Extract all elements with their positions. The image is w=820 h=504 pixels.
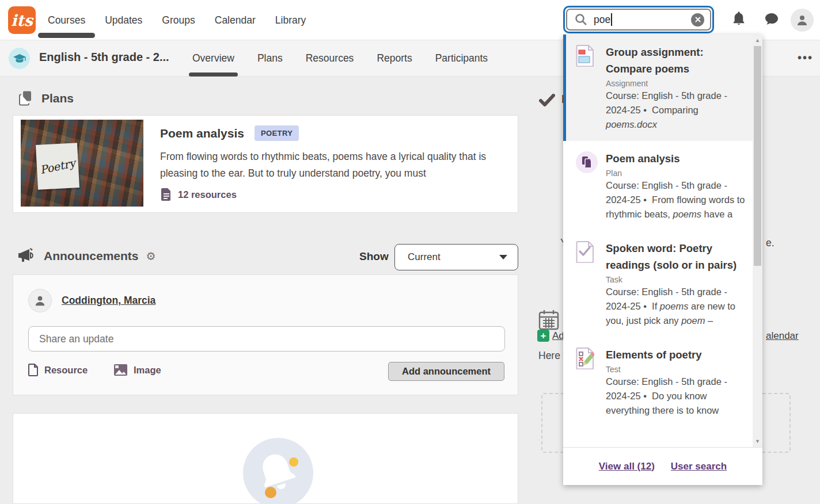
plans-icon bbox=[19, 90, 34, 106]
plan-resources-count[interactable]: 12 resources bbox=[161, 188, 237, 201]
result-type: Plan bbox=[606, 169, 746, 178]
add-event-plus-icon[interactable]: + bbox=[537, 330, 549, 342]
screen: its Courses Updates Groups Calendar Libr… bbox=[0, 0, 820, 504]
show-filter-label: Show bbox=[359, 250, 389, 263]
scroll-up-arrow-icon[interactable]: ▲ bbox=[753, 37, 762, 43]
attach-image-button[interactable]: Image bbox=[113, 364, 161, 376]
result-description: Course: English - 5th grade - 2024-25 • … bbox=[606, 89, 746, 132]
tab-participants[interactable]: Participants bbox=[424, 40, 499, 77]
poetry-postit: Poetry bbox=[36, 143, 79, 190]
result-title: Group assignment: Compare poems bbox=[606, 44, 746, 77]
tab-resources[interactable]: Resources bbox=[294, 40, 366, 77]
image-icon bbox=[113, 364, 128, 376]
plans-section-heading: Plans bbox=[19, 90, 74, 106]
result-description: Course: English - 5th grade - 2024-25 • … bbox=[606, 178, 746, 222]
search-icon bbox=[574, 13, 588, 26]
main-nav: Courses Updates Groups Calendar Library bbox=[38, 0, 316, 40]
author-name-link[interactable]: Coddington, Marcia bbox=[62, 295, 155, 307]
dropdown-footer: View all (12) User search bbox=[563, 447, 762, 485]
result-title: Spoken word: Poetry readings (solo or in… bbox=[606, 240, 746, 273]
filter-selected-value: Current bbox=[408, 251, 441, 263]
plan-card-image: Poetry bbox=[21, 120, 143, 207]
course-avatar-graduation-cap-icon bbox=[9, 48, 30, 69]
author-avatar bbox=[28, 289, 52, 312]
announcements-settings-gear-icon[interactable]: ⚙ bbox=[146, 251, 156, 262]
result-type: Test bbox=[606, 365, 746, 374]
search-result-item[interactable]: Group assignment: Compare poemsAssignmen… bbox=[563, 35, 753, 141]
nav-item-calendar[interactable]: Calendar bbox=[205, 0, 265, 40]
resources-document-icon bbox=[161, 188, 172, 201]
tab-overview[interactable]: Overview bbox=[181, 40, 246, 77]
view-all-link[interactable]: View all (12) bbox=[599, 461, 655, 472]
assignment-icon bbox=[576, 45, 594, 67]
bell-illustration bbox=[243, 438, 313, 504]
announcements-heading-label: Announcements bbox=[44, 249, 139, 263]
add-announcement-button[interactable]: Add announcement bbox=[388, 362, 504, 381]
task-icon bbox=[576, 241, 594, 263]
nav-item-library[interactable]: Library bbox=[265, 0, 316, 40]
dropdown-scrollbar[interactable]: ▲ ▼ bbox=[753, 35, 762, 447]
go-to-calendar-link-fragment[interactable]: alendar bbox=[766, 330, 799, 342]
course-title: English - 5th grade - 2... bbox=[39, 51, 169, 64]
megaphone-icon bbox=[18, 248, 36, 264]
plan-description: From flowing words to rhythmic beats, po… bbox=[160, 148, 491, 182]
app-logo[interactable]: its bbox=[8, 6, 36, 34]
resource-button-label: Resource bbox=[44, 365, 88, 376]
global-search-field[interactable]: poe bbox=[563, 6, 714, 33]
resource-page-icon bbox=[28, 364, 39, 376]
course-more-menu-icon[interactable]: ••• bbox=[798, 51, 813, 64]
test-icon bbox=[576, 346, 598, 418]
profile-avatar[interactable] bbox=[791, 9, 814, 32]
plans-heading-label: Plans bbox=[41, 91, 74, 105]
result-type: Assignment bbox=[606, 79, 746, 88]
clear-search-icon[interactable] bbox=[691, 13, 704, 26]
announcement-composer-card: Coddington, Marcia Resource Image Add an… bbox=[13, 274, 518, 395]
image-button-label: Image bbox=[134, 365, 161, 376]
result-title: Elements of poetry bbox=[606, 346, 746, 363]
course-tabs: Overview Plans Resources Reports Partici… bbox=[181, 40, 499, 77]
search-result-item[interactable]: Elements of poetryTestCourse: English - … bbox=[563, 337, 753, 427]
nav-item-updates[interactable]: Updates bbox=[95, 0, 152, 40]
assignment-icon bbox=[576, 44, 598, 132]
plan-title[interactable]: Poem analysis bbox=[160, 127, 244, 140]
events-calendar-icon bbox=[538, 309, 560, 331]
user-search-link[interactable]: User search bbox=[671, 461, 727, 472]
announcements-filter-select[interactable]: Current bbox=[394, 244, 518, 270]
search-results-list: Group assignment: Compare poemsAssignmen… bbox=[563, 35, 753, 447]
search-results-dropdown: Group assignment: Compare poemsAssignmen… bbox=[563, 35, 762, 485]
announcements-section-heading: Announcements ⚙ bbox=[18, 248, 156, 264]
sentence-fragment-end: e. bbox=[766, 237, 775, 249]
result-title: Poem analysis bbox=[606, 150, 746, 167]
attach-resource-button[interactable]: Resource bbox=[28, 364, 88, 376]
chevron-down-icon bbox=[499, 255, 507, 259]
announcements-empty-card bbox=[13, 413, 518, 504]
poetry-topic-badge: POETRY bbox=[255, 125, 299, 141]
notifications-bell-icon[interactable] bbox=[731, 10, 746, 26]
text-cursor bbox=[611, 13, 612, 26]
search-result-item[interactable]: Spoken word: Poetry readings (solo or in… bbox=[563, 231, 753, 337]
add-event-link-fragment[interactable]: Ad bbox=[552, 330, 564, 342]
search-result-item[interactable]: Poem analysisPlanCourse: English - 5th g… bbox=[563, 141, 753, 231]
plan-icon bbox=[576, 151, 598, 173]
messages-chat-icon[interactable] bbox=[764, 12, 780, 26]
scrollbar-thumb[interactable] bbox=[754, 46, 761, 266]
test-icon bbox=[576, 348, 594, 369]
scroll-down-arrow-icon[interactable]: ▼ bbox=[753, 438, 762, 444]
plan-card[interactable]: Poetry Poem analysis POETRY From flowing… bbox=[13, 115, 518, 213]
result-type: Task bbox=[606, 275, 746, 284]
share-update-input[interactable] bbox=[28, 326, 505, 352]
tab-reports[interactable]: Reports bbox=[365, 40, 423, 77]
nav-item-courses[interactable]: Courses bbox=[38, 0, 95, 40]
nav-item-groups[interactable]: Groups bbox=[152, 0, 204, 40]
task-icon bbox=[576, 240, 598, 328]
result-description: Course: English - 5th grade - 2024-25 • … bbox=[606, 285, 746, 328]
search-input[interactable]: poe bbox=[594, 14, 610, 26]
tab-plans[interactable]: Plans bbox=[246, 40, 294, 77]
result-description: Course: English - 5th grade - 2024-25 • … bbox=[606, 375, 746, 418]
follow-up-check-icon bbox=[539, 94, 555, 106]
plan-icon bbox=[576, 150, 598, 222]
